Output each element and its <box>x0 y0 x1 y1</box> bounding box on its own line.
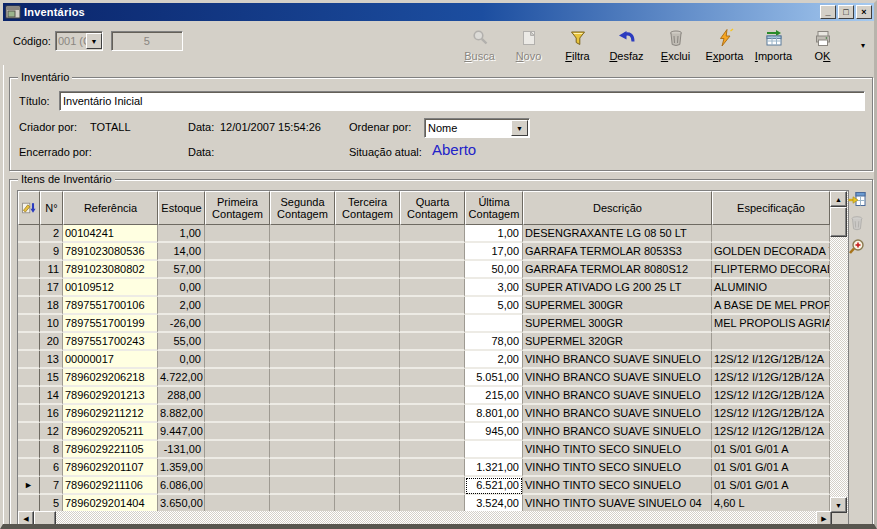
cell-referencia[interactable]: 7896029201213 <box>63 387 158 405</box>
horizontal-scrollbar[interactable]: ◀ ▶ <box>18 511 832 527</box>
row-indicator[interactable] <box>18 459 40 477</box>
cell-quarta-contagem[interactable] <box>400 441 465 459</box>
cell-quarta-contagem[interactable] <box>400 459 465 477</box>
scroll-left-icon[interactable]: ◀ <box>18 511 34 526</box>
close-button[interactable]: × <box>856 5 872 19</box>
cell-quarta-contagem[interactable] <box>400 225 465 243</box>
cell-especificacao[interactable]: 12S/12 I/12G/12B/12A <box>712 423 830 441</box>
cell-estoque[interactable]: 288,00 <box>158 387 205 405</box>
cell-estoque[interactable]: 55,00 <box>158 333 205 351</box>
cell-terceira-contagem[interactable] <box>335 351 400 369</box>
cell-especificacao[interactable]: 12S/12 I/12G/12B/12A <box>712 405 830 423</box>
maximize-button[interactable]: □ <box>838 5 854 19</box>
cell-ultima-contagem[interactable]: 6.521,00 <box>465 477 523 495</box>
cell-estoque[interactable]: 4.722,00 <box>158 369 205 387</box>
row-indicator[interactable] <box>18 225 40 243</box>
cell-segunda-contagem[interactable] <box>270 441 335 459</box>
cell-terceira-contagem[interactable] <box>335 387 400 405</box>
column-header-ref[interactable]: Referência <box>63 191 158 225</box>
cell-especificacao[interactable]: ALUMINIO <box>712 279 830 297</box>
cell-descricao[interactable]: VINHO TINTO SECO SINUELO <box>523 477 712 495</box>
cell-descricao[interactable]: SUPERMEL 300GR <box>523 315 712 333</box>
cell-quarta-contagem[interactable] <box>400 405 465 423</box>
toolbar-button-exporta[interactable]: Exporta <box>700 25 749 64</box>
cell-numero[interactable]: 12 <box>40 423 63 441</box>
chevron-down-icon[interactable]: ▼ <box>511 120 528 136</box>
cell-ultima-contagem[interactable]: 78,00 <box>465 333 523 351</box>
cell-primeira-contagem[interactable] <box>205 387 270 405</box>
cell-terceira-contagem[interactable] <box>335 315 400 333</box>
cell-terceira-contagem[interactable] <box>335 261 400 279</box>
cell-numero[interactable]: 17 <box>40 279 63 297</box>
row-indicator[interactable] <box>18 405 40 423</box>
scroll-down-icon[interactable]: ▼ <box>830 497 847 513</box>
cell-especificacao[interactable]: GOLDEN DECORADA 7 <box>712 243 830 261</box>
cell-terceira-contagem[interactable] <box>335 243 400 261</box>
cell-segunda-contagem[interactable] <box>270 243 335 261</box>
row-indicator[interactable] <box>18 243 40 261</box>
cell-quarta-contagem[interactable] <box>400 315 465 333</box>
row-indicator[interactable] <box>18 369 40 387</box>
cell-ultima-contagem[interactable]: 1,00 <box>465 225 523 243</box>
cell-especificacao[interactable] <box>712 225 830 243</box>
cell-referencia[interactable]: 7896029211106 <box>63 477 158 495</box>
toolbar-button-exclui[interactable]: Exclui <box>651 25 700 64</box>
cell-numero[interactable]: 8 <box>40 441 63 459</box>
cell-descricao[interactable]: VINHO BRANCO SUAVE SINUELO <box>523 369 712 387</box>
cell-quarta-contagem[interactable] <box>400 279 465 297</box>
cell-referencia[interactable]: 7896029211212 <box>63 405 158 423</box>
cell-primeira-contagem[interactable] <box>205 351 270 369</box>
cell-estoque[interactable]: 8.882,00 <box>158 405 205 423</box>
cell-segunda-contagem[interactable] <box>270 477 335 495</box>
row-indicator[interactable] <box>18 333 40 351</box>
cell-primeira-contagem[interactable] <box>205 333 270 351</box>
cell-primeira-contagem[interactable] <box>205 243 270 261</box>
cell-segunda-contagem[interactable] <box>270 351 335 369</box>
cell-segunda-contagem[interactable] <box>270 387 335 405</box>
cell-primeira-contagem[interactable] <box>205 405 270 423</box>
cell-estoque[interactable]: -26,00 <box>158 315 205 333</box>
cell-primeira-contagem[interactable] <box>205 423 270 441</box>
column-header-n[interactable]: N° <box>40 191 63 225</box>
row-indicator[interactable] <box>18 423 40 441</box>
row-indicator[interactable]: ► <box>18 477 40 495</box>
cell-quarta-contagem[interactable] <box>400 243 465 261</box>
ordenar-combo[interactable]: Nome ▼ <box>424 118 530 138</box>
cell-segunda-contagem[interactable] <box>270 315 335 333</box>
codigo-number-field[interactable]: 5 <box>111 31 183 51</box>
cell-primeira-contagem[interactable] <box>205 315 270 333</box>
cell-estoque[interactable]: 2,00 <box>158 297 205 315</box>
cell-numero[interactable]: 14 <box>40 387 63 405</box>
toolbar-button-importa[interactable]: Importa <box>749 25 798 64</box>
codigo-combo[interactable]: 001 (C( ▼ <box>55 31 103 51</box>
cell-referencia[interactable]: 00109512 <box>63 279 158 297</box>
cell-referencia[interactable]: 00000017 <box>63 351 158 369</box>
zoom-plus-icon[interactable] <box>846 236 868 258</box>
row-indicator[interactable] <box>18 297 40 315</box>
row-indicator[interactable] <box>18 441 40 459</box>
titulo-input[interactable] <box>59 91 865 111</box>
cell-quarta-contagem[interactable] <box>400 333 465 351</box>
toolbar-button-busca[interactable]: Busca <box>455 25 504 64</box>
cell-estoque[interactable]: 57,00 <box>158 261 205 279</box>
cell-referencia[interactable]: 7891023080802 <box>63 261 158 279</box>
cell-estoque[interactable]: 6.086,00 <box>158 477 205 495</box>
cell-descricao[interactable]: VINHO BRANCO SUAVE SINUELO <box>523 351 712 369</box>
cell-especificacao[interactable]: 12S/12 I/12G/12B/12A <box>712 387 830 405</box>
cell-terceira-contagem[interactable] <box>335 477 400 495</box>
cell-descricao[interactable]: VINHO BRANCO SUAVE SINUELO <box>523 423 712 441</box>
cell-terceira-contagem[interactable] <box>335 459 400 477</box>
cell-segunda-contagem[interactable] <box>270 225 335 243</box>
cell-quarta-contagem[interactable] <box>400 297 465 315</box>
cell-primeira-contagem[interactable] <box>205 369 270 387</box>
cell-ultima-contagem[interactable]: 1.321,00 <box>465 459 523 477</box>
cell-estoque[interactable]: 1,00 <box>158 225 205 243</box>
cell-ultima-contagem[interactable]: 17,00 <box>465 243 523 261</box>
cell-descricao[interactable]: VINHO TINTO SECO SINUELO <box>523 459 712 477</box>
cell-referencia[interactable]: 7896029205211 <box>63 423 158 441</box>
cell-quarta-contagem[interactable] <box>400 477 465 495</box>
cell-especificacao[interactable] <box>712 333 830 351</box>
cell-descricao[interactable]: GARRAFA TERMOLAR 8080S12 <box>523 261 712 279</box>
column-header-estoque[interactable]: Estoque <box>158 191 205 225</box>
cell-referencia[interactable]: 00104241 <box>63 225 158 243</box>
